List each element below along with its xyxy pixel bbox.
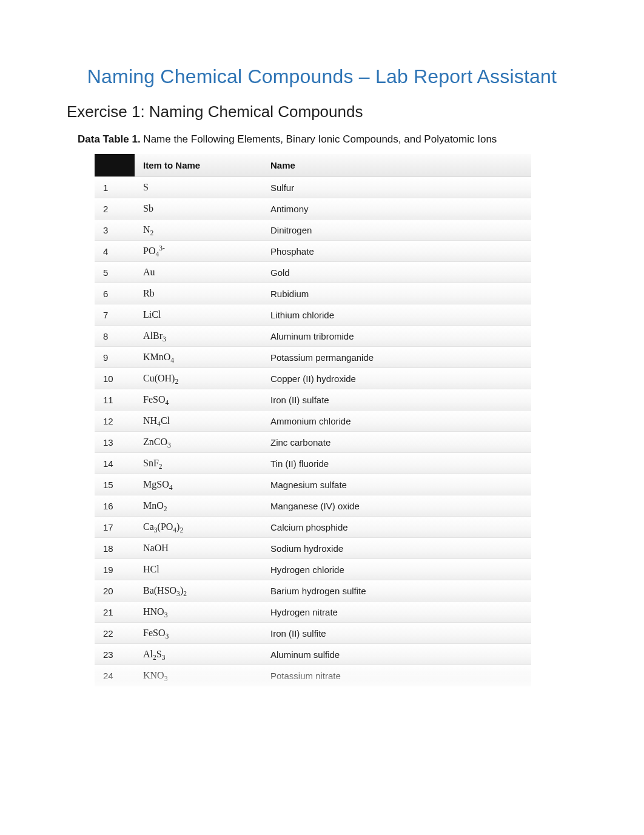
compound-name: Manganese (IV) oxide: [262, 495, 531, 517]
table-body: 1SSulfur2SbAntimony3N2Dinitrogen4PO43-Ph…: [95, 177, 531, 686]
col-header-name: Name: [262, 154, 531, 177]
row-number: 2: [95, 198, 135, 220]
row-number: 1: [95, 177, 135, 198]
item-to-name: LiCl: [135, 304, 262, 326]
row-number: 18: [95, 538, 135, 559]
table-row: 16MnO2Manganese (IV) oxide: [95, 495, 531, 517]
chemical-formula: Sb: [143, 203, 153, 213]
row-number: 14: [95, 453, 135, 474]
item-to-name: NaOH: [135, 538, 262, 559]
table-row: 2SbAntimony: [95, 198, 531, 220]
item-to-name: HNO3: [135, 602, 262, 623]
item-to-name: Sb: [135, 198, 262, 220]
compound-name: Magnesium sulfate: [262, 474, 531, 495]
col-header-item: Item to Name: [135, 154, 262, 177]
chemical-formula: KMnO4: [143, 352, 174, 362]
table-caption-label: Data Table 1.: [78, 133, 141, 145]
table-row: 12NH4ClAmmonium chloride: [95, 411, 531, 432]
table-row: 17Ca3(PO4)2Calcium phosphide: [95, 517, 531, 538]
chemical-formula: FeSO3: [143, 628, 169, 638]
compound-name: Iron (II) sulfate: [262, 389, 531, 411]
row-number: 6: [95, 283, 135, 304]
item-to-name: Ca3(PO4)2: [135, 517, 262, 538]
table-row: 14SnF2Tin (II) fluoride: [95, 453, 531, 474]
compound-name: Dinitrogen: [262, 220, 531, 241]
item-to-name: Al2S3: [135, 644, 262, 665]
chemical-formula: S: [143, 182, 149, 192]
chemical-formula: HNO3: [143, 606, 167, 617]
table-row: 4PO43-Phosphate: [95, 241, 531, 262]
document-page: Naming Chemical Compounds – Lab Report A…: [0, 0, 644, 711]
table-row: 3N2Dinitrogen: [95, 220, 531, 241]
item-to-name: Rb: [135, 283, 262, 304]
chemical-formula: HCl: [143, 564, 159, 574]
chemical-formula: KNO3: [143, 670, 167, 680]
item-to-name: MnO2: [135, 495, 262, 517]
table-row: 23Al2S3Aluminum sulfide: [95, 644, 531, 665]
row-number: 7: [95, 304, 135, 326]
row-number: 12: [95, 411, 135, 432]
table-row: 19HClHydrogen chloride: [95, 559, 531, 580]
compound-name: Aluminum tribromide: [262, 326, 531, 347]
table-row: 22FeSO3Iron (II) sulfite: [95, 623, 531, 644]
table-row: 1SSulfur: [95, 177, 531, 198]
compound-name: Tin (II) fluoride: [262, 453, 531, 474]
compound-name: Barium hydrogen sulfite: [262, 580, 531, 602]
row-number: 16: [95, 495, 135, 517]
item-to-name: KMnO4: [135, 347, 262, 368]
chemical-formula: NH4Cl: [143, 415, 170, 426]
chemical-formula: Au: [143, 267, 155, 277]
chemical-formula: SnF2: [143, 458, 163, 468]
compound-name: Hydrogen nitrate: [262, 602, 531, 623]
table-row: 10Cu(OH)2Copper (II) hydroxide: [95, 368, 531, 389]
row-number: 22: [95, 623, 135, 644]
table-row: 20Ba(HSO3)2Barium hydrogen sulfite: [95, 580, 531, 602]
item-to-name: S: [135, 177, 262, 198]
compound-name: Sodium hydroxide: [262, 538, 531, 559]
chemical-formula: MgSO4: [143, 479, 172, 489]
table-wrapper: Item to Name Name 1SSulfur2SbAntimony3N2…: [95, 154, 531, 686]
table-row: 13ZnCO3Zinc carbonate: [95, 432, 531, 453]
item-to-name: NH4Cl: [135, 411, 262, 432]
chemical-formula: FeSO4: [143, 394, 169, 404]
row-number: 11: [95, 389, 135, 411]
compound-name: Calcium phosphide: [262, 517, 531, 538]
compound-name: Rubidium: [262, 283, 531, 304]
compound-name: Antimony: [262, 198, 531, 220]
table-row: 8AlBr3Aluminum tribromide: [95, 326, 531, 347]
item-to-name: Ba(HSO3)2: [135, 580, 262, 602]
row-number: 10: [95, 368, 135, 389]
table-row: 7LiClLithium chloride: [95, 304, 531, 326]
item-to-name: Au: [135, 262, 262, 283]
item-to-name: FeSO3: [135, 623, 262, 644]
compound-name: Aluminum sulfide: [262, 644, 531, 665]
item-to-name: AlBr3: [135, 326, 262, 347]
item-to-name: N2: [135, 220, 262, 241]
table-row: 15MgSO4Magnesium sulfate: [95, 474, 531, 495]
exercise-heading: Exercise 1: Naming Chemical Compounds: [67, 102, 577, 121]
item-to-name: FeSO4: [135, 389, 262, 411]
chemical-formula: LiCl: [143, 309, 161, 320]
compound-name: Iron (II) sulfite: [262, 623, 531, 644]
row-number: 4: [95, 241, 135, 262]
chemical-formula: Cu(OH)2: [143, 373, 178, 383]
table-row: 5AuGold: [95, 262, 531, 283]
compound-name: Zinc carbonate: [262, 432, 531, 453]
row-number: 5: [95, 262, 135, 283]
table-row: 18NaOHSodium hydroxide: [95, 538, 531, 559]
compound-name: Hydrogen chloride: [262, 559, 531, 580]
table-caption: Data Table 1. Name the Following Element…: [78, 133, 577, 146]
item-to-name: MgSO4: [135, 474, 262, 495]
item-to-name: PO43-: [135, 241, 262, 262]
row-number: 3: [95, 220, 135, 241]
col-header-index: [95, 154, 135, 177]
chemical-formula: ZnCO3: [143, 437, 171, 447]
compound-name: Sulfur: [262, 177, 531, 198]
chemical-formula: AlBr3: [143, 330, 166, 341]
table-row: 24KNO3Potassium nitrate: [95, 665, 531, 686]
compound-name: Lithium chloride: [262, 304, 531, 326]
page-title: Naming Chemical Compounds – Lab Report A…: [67, 65, 577, 88]
compound-name: Potassium nitrate: [262, 665, 531, 686]
table-caption-text: Name the Following Elements, Binary Ioni…: [141, 133, 497, 145]
chemical-formula: NaOH: [143, 543, 169, 553]
